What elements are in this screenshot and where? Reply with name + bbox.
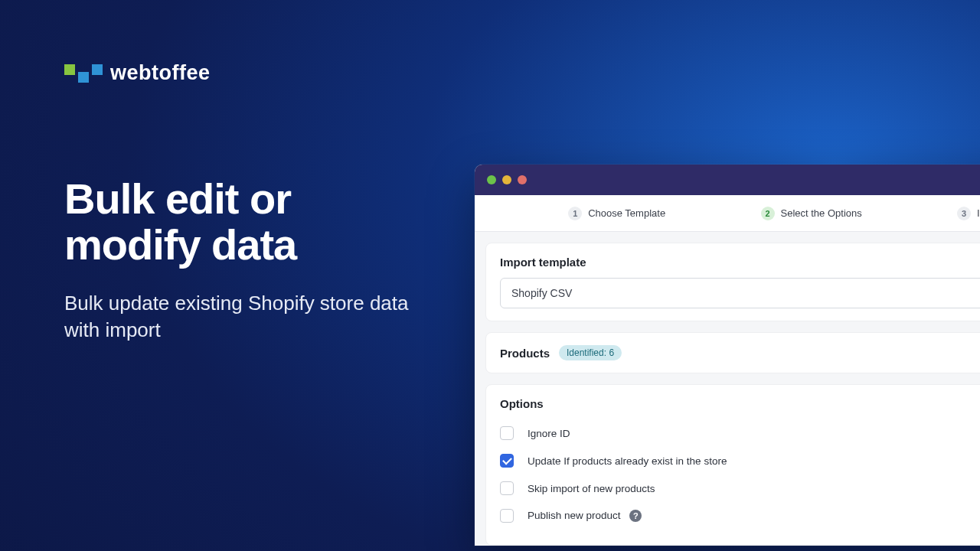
step-number: 1	[568, 207, 582, 220]
option-publish-new[interactable]: Publish new product ?	[500, 502, 980, 530]
step-choose-template[interactable]: 1 Choose Template	[568, 207, 665, 220]
step-label: Select the Options	[781, 207, 862, 219]
help-icon[interactable]: ?	[629, 510, 642, 522]
step-import[interactable]: 3 Imp	[957, 207, 980, 220]
wizard-stepper: 1 Choose Template 2 Select the Options 3…	[475, 195, 980, 232]
import-template-title: Import template	[500, 256, 980, 269]
logo-square-1	[64, 64, 75, 75]
traffic-light-zoom-icon[interactable]	[518, 175, 527, 184]
hero-title-line2: modify data	[64, 220, 296, 269]
option-ignore-id[interactable]: Ignore ID	[500, 419, 980, 447]
brand-logo-mark	[64, 64, 103, 83]
options-card: Options Ignore ID Update If products alr…	[485, 384, 980, 546]
select-value: Shopify CSV	[511, 287, 572, 299]
checkbox-icon[interactable]	[500, 509, 514, 523]
app-window: 1 Choose Template 2 Select the Options 3…	[475, 165, 980, 546]
hero-title: Bulk edit or modify data	[64, 176, 432, 269]
step-label: Choose Template	[588, 207, 665, 219]
option-skip-new[interactable]: Skip import of new products	[500, 474, 980, 502]
hero-title-line1: Bulk edit or	[64, 174, 291, 223]
checkbox-icon[interactable]	[500, 426, 514, 440]
window-titlebar	[475, 165, 980, 195]
option-label: Skip import of new products	[528, 483, 655, 494]
brand-name: webtoffee	[110, 61, 211, 85]
hero-subtitle: Bulk update existing Shopify store data …	[64, 290, 432, 344]
brand-logo: webtoffee	[64, 61, 211, 85]
logo-square-3	[92, 64, 103, 75]
import-template-select[interactable]: Shopify CSV	[500, 278, 980, 308]
products-identified-badge: Identified: 6	[559, 345, 622, 360]
step-number: 2	[761, 207, 775, 220]
checkbox-checked-icon[interactable]	[500, 454, 514, 468]
option-label: Update If products already exist in the …	[528, 455, 727, 467]
option-label: Ignore ID	[528, 428, 570, 439]
option-label: Publish new product ?	[528, 510, 642, 522]
traffic-light-close-icon[interactable]	[487, 175, 496, 184]
traffic-light-minimize-icon[interactable]	[502, 175, 511, 184]
logo-square-2	[78, 72, 89, 83]
options-title: Options	[500, 397, 980, 410]
products-card: Products Identified: 6	[485, 332, 980, 373]
step-label: Imp	[977, 207, 980, 219]
step-select-options[interactable]: 2 Select the Options	[761, 207, 862, 220]
hero: Bulk edit or modify data Bulk update exi…	[64, 176, 432, 344]
products-title: Products	[500, 347, 550, 360]
import-template-card: Import template Shopify CSV	[485, 243, 980, 321]
step-number: 3	[957, 207, 971, 220]
option-update-existing[interactable]: Update If products already exist in the …	[500, 447, 980, 474]
checkbox-icon[interactable]	[500, 481, 514, 495]
option-label-text: Publish new product	[528, 510, 621, 521]
